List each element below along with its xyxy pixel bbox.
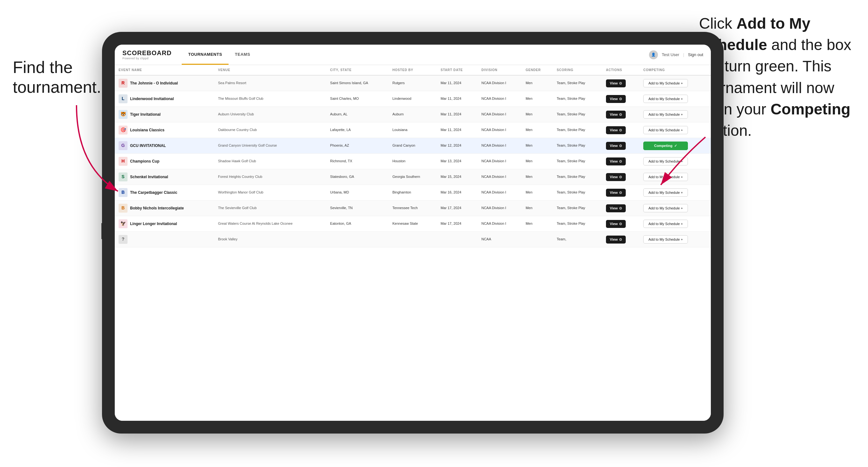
cell-hosted: Georgia Southern (389, 169, 437, 185)
table-row: H Champions Cup Shadow Hawk Golf ClubRic… (115, 154, 711, 169)
event-name-text: Schenkel Invitational (130, 175, 168, 180)
cell-event-name: S Schenkel Invitational (115, 169, 214, 185)
col-start-date: START DATE (437, 65, 477, 75)
cell-division: NCAA Division I (477, 154, 522, 169)
cell-date (437, 232, 477, 247)
eye-icon (619, 113, 622, 117)
team-logo: B (119, 204, 127, 213)
table-row: B The Carpetbagger Classic Worthington M… (115, 185, 711, 200)
eye-icon (619, 206, 622, 210)
cell-actions: View (602, 75, 640, 91)
cell-gender: Men (522, 107, 553, 122)
cell-venue: Oakbourne Country Club (214, 122, 327, 138)
cell-date: Mar 15, 2024 (437, 169, 477, 185)
cell-scoring: Team, (553, 232, 602, 247)
view-button[interactable]: View (606, 157, 626, 165)
col-scoring: SCORING (553, 65, 602, 75)
cell-hosted: Auburn (389, 107, 437, 122)
cell-scoring: Team, Stroke Play (553, 169, 602, 185)
cell-gender: Men (522, 216, 553, 232)
cell-scoring: Team, Stroke Play (553, 122, 602, 138)
cell-event-name: R The Johnnie - O Individual (115, 75, 214, 91)
view-button[interactable]: View (606, 189, 626, 197)
eye-icon (619, 191, 622, 195)
cell-event-name: G GCU INVITATIONAL (115, 138, 214, 154)
table-header-row: EVENT NAME VENUE CITY, STATE HOSTED BY S… (115, 65, 711, 75)
cell-scoring: Team, Stroke Play (553, 107, 602, 122)
cell-actions: View (602, 216, 640, 232)
view-button[interactable]: View (606, 95, 626, 103)
cell-actions: View (602, 169, 640, 185)
logo-area: SCOREBOARD Powered by clippd (122, 50, 172, 60)
cell-scoring: Team, Stroke Play (553, 138, 602, 154)
cell-division: NCAA Division I (477, 122, 522, 138)
table-row: G GCU INVITATIONAL Grand Canyon Universi… (115, 138, 711, 154)
add-to-schedule-button[interactable]: Add to My Schedule + (643, 235, 688, 244)
cell-city: Phoenix, AZ (327, 138, 389, 154)
cell-event-name: ? (115, 232, 214, 247)
col-competing: COMPETING (640, 65, 711, 75)
eye-icon (619, 97, 622, 101)
cell-competing: Add to My Schedule + (640, 91, 711, 107)
cell-actions: View (602, 107, 640, 122)
cell-scoring: Team, Stroke Play (553, 200, 602, 216)
view-button[interactable]: View (606, 173, 626, 181)
col-venue: VENUE (214, 65, 327, 75)
eye-icon (619, 81, 622, 86)
cell-division: NCAA Division I (477, 138, 522, 154)
cell-date: Mar 17, 2024 (437, 216, 477, 232)
view-button[interactable]: View (606, 126, 626, 134)
eye-icon (619, 159, 622, 163)
event-name-text: Champions Cup (130, 159, 159, 164)
event-name-text: The Carpetbagger Classic (130, 190, 177, 195)
add-to-schedule-button[interactable]: Add to My Schedule + (643, 79, 688, 87)
cell-date: Mar 11, 2024 (437, 107, 477, 122)
cell-venue: Sea Palms Resort (214, 75, 327, 91)
team-logo: 🦅 (119, 219, 127, 228)
signout-link[interactable]: Sign out (688, 52, 703, 57)
col-gender: GENDER (522, 65, 553, 75)
eye-icon (619, 238, 622, 242)
add-to-schedule-button[interactable]: Add to My Schedule + (643, 204, 688, 212)
view-button[interactable]: View (606, 80, 626, 87)
nav-tabs: TOURNAMENTS TEAMS (182, 44, 256, 65)
cell-hosted: Rutgers (389, 75, 437, 91)
add-to-schedule-button[interactable]: Add to My Schedule + (643, 110, 688, 119)
header-right: 👤 Test User | Sign out (649, 50, 703, 59)
table-row: R The Johnnie - O Individual Sea Palms R… (115, 75, 711, 91)
add-to-schedule-button[interactable]: Add to My Schedule + (643, 126, 688, 134)
table-row: ? Brook ValleyNCAATeam,View Add to My Sc… (115, 232, 711, 247)
tab-tournaments[interactable]: TOURNAMENTS (182, 44, 228, 65)
divider: | (683, 52, 684, 57)
annotation-left: Find the tournament. (13, 57, 115, 97)
add-to-schedule-button[interactable]: Add to My Schedule + (643, 95, 688, 103)
cell-division: NCAA Division I (477, 216, 522, 232)
cell-event-name: B Bobby Nichols Intercollegiate (115, 200, 214, 216)
tab-teams[interactable]: TEAMS (228, 44, 257, 65)
view-button[interactable]: View (606, 204, 626, 212)
cell-hosted: Tennessee Tech (389, 200, 437, 216)
view-button[interactable]: View (606, 220, 626, 228)
cell-city: Sevierville, TN (327, 200, 389, 216)
cell-scoring: Team, Stroke Play (553, 91, 602, 107)
tournaments-table: EVENT NAME VENUE CITY, STATE HOSTED BY S… (115, 65, 711, 247)
cell-hosted (389, 232, 437, 247)
cell-venue: Forest Heights Country Club (214, 169, 327, 185)
cell-hosted: Binghamton (389, 185, 437, 200)
cell-date: Mar 17, 2024 (437, 200, 477, 216)
cell-competing: Add to My Schedule + (640, 107, 711, 122)
cell-gender: Men (522, 75, 553, 91)
view-button[interactable]: View (606, 111, 626, 119)
arrow-left (70, 102, 127, 198)
table-row: 🐯 Tiger Invitational Auburn University C… (115, 107, 711, 122)
cell-date: Mar 11, 2024 (437, 75, 477, 91)
add-to-schedule-button[interactable]: Add to My Schedule + (643, 220, 688, 228)
view-button[interactable]: View (606, 236, 626, 244)
cell-hosted: Houston (389, 154, 437, 169)
cell-event-name: 🦅 Linger Longer Invitational (115, 216, 214, 232)
event-name-text: Louisiana Classics (130, 127, 164, 133)
view-button[interactable]: View (606, 142, 626, 150)
cell-event-name: 🎯 Louisiana Classics (115, 122, 214, 138)
cell-event-name: H Champions Cup (115, 154, 214, 169)
cell-scoring: Team, Stroke Play (553, 75, 602, 91)
